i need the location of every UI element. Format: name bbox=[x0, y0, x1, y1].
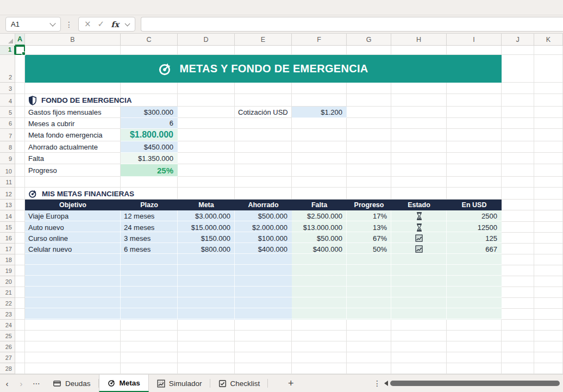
column-header-F[interactable]: F bbox=[292, 34, 347, 46]
row-header-17[interactable]: 17 bbox=[0, 244, 15, 254]
meta-fondo-value[interactable]: $1.800.000 bbox=[121, 129, 178, 141]
row-header-15[interactable]: 15 bbox=[0, 222, 15, 233]
row-header-16[interactable]: 16 bbox=[0, 233, 15, 244]
goal-progreso[interactable]: 13% bbox=[347, 222, 391, 233]
goal-en-usd[interactable]: 12500 bbox=[447, 222, 502, 233]
goal-ahorrado[interactable]: $100.000 bbox=[235, 233, 292, 244]
row-header-13[interactable]: 13 bbox=[0, 200, 15, 210]
column-header-D[interactable]: D bbox=[178, 34, 235, 46]
sheet-grid[interactable]: METAS Y FONDO DE EMERGENCIA FONDO DE EME… bbox=[0, 34, 563, 374]
goal-falta[interactable]: $400.000 bbox=[292, 244, 347, 254]
row-header-23[interactable]: 23 bbox=[0, 309, 15, 320]
tab-simulador[interactable]: Simulador bbox=[149, 375, 210, 392]
row-header-27[interactable]: 27 bbox=[0, 352, 15, 363]
falta-value[interactable]: $1.350.000 bbox=[121, 153, 178, 164]
column-header-H[interactable]: H bbox=[391, 34, 447, 46]
all-sheets-icon[interactable]: ⋯ bbox=[28, 375, 45, 392]
meses-value[interactable]: 6 bbox=[121, 118, 178, 129]
row-header-19[interactable]: 19 bbox=[0, 265, 15, 276]
scrollbar-thumb[interactable] bbox=[390, 381, 560, 386]
insert-function-icon[interactable]: fx bbox=[111, 20, 119, 29]
row-header-22[interactable]: 22 bbox=[0, 298, 15, 309]
goal-meta[interactable]: $15.000.000 bbox=[178, 222, 235, 233]
chevron-down-icon[interactable] bbox=[125, 21, 130, 27]
goal-falta[interactable]: $2.500.000 bbox=[292, 210, 347, 222]
row-header-12[interactable]: 12 bbox=[0, 188, 15, 200]
goal-en-usd[interactable]: 2500 bbox=[447, 210, 502, 222]
goal-estado[interactable] bbox=[391, 210, 447, 222]
goal-ahorrado[interactable]: $2.000.000 bbox=[235, 222, 292, 233]
column-header-E[interactable]: E bbox=[235, 34, 292, 46]
column-header-G[interactable]: G bbox=[347, 34, 391, 46]
add-sheet-button[interactable]: + bbox=[280, 375, 302, 392]
goal-ahorrado[interactable]: $400.000 bbox=[235, 244, 292, 254]
name-box-menu-icon[interactable]: ⋮ bbox=[65, 20, 73, 29]
row-header-21[interactable]: 21 bbox=[0, 287, 15, 298]
goal-en-usd[interactable]: 667 bbox=[447, 244, 502, 254]
goal-objetivo[interactable]: Auto nuevo bbox=[25, 222, 121, 233]
goal-plazo[interactable]: 3 meses bbox=[121, 233, 178, 244]
goal-falta[interactable]: $50.000 bbox=[292, 233, 347, 244]
goal-falta[interactable]: $13.000.000 bbox=[292, 222, 347, 233]
name-box[interactable]: A1 bbox=[5, 17, 61, 32]
cotizacion-value[interactable]: $1.200 bbox=[292, 107, 347, 118]
tab-metas[interactable]: Metas bbox=[99, 375, 149, 392]
row-header-4[interactable]: 4 bbox=[0, 94, 15, 107]
gastos-value[interactable]: $300.000 bbox=[121, 107, 178, 118]
tab-deudas[interactable]: Deudas bbox=[45, 375, 99, 392]
row-header-20[interactable]: 20 bbox=[0, 276, 15, 287]
row-header-8[interactable]: 8 bbox=[0, 141, 15, 153]
column-header-I[interactable]: I bbox=[447, 34, 502, 46]
column-header-A[interactable]: A bbox=[15, 34, 25, 46]
row-header-24[interactable]: 24 bbox=[0, 320, 15, 331]
goal-plazo[interactable]: 24 meses bbox=[121, 222, 178, 233]
goal-objetivo[interactable]: Celular nuevo bbox=[25, 244, 121, 254]
row-header-26[interactable]: 26 bbox=[0, 341, 15, 352]
row-header-2[interactable]: 2 bbox=[0, 55, 15, 83]
row-header-10[interactable]: 10 bbox=[0, 164, 15, 177]
enter-icon[interactable]: ✓ bbox=[98, 20, 105, 28]
goal-plazo[interactable]: 12 meses bbox=[121, 210, 178, 222]
scroll-left-icon[interactable] bbox=[384, 381, 388, 386]
row-header-1[interactable]: 1 bbox=[0, 46, 15, 55]
sheet-next-icon[interactable]: › bbox=[14, 375, 28, 392]
column-header-J[interactable]: J bbox=[502, 34, 534, 46]
goal-progreso[interactable]: 50% bbox=[347, 244, 391, 254]
row-header-28[interactable]: 28 bbox=[0, 363, 15, 374]
row-header-3[interactable]: 3 bbox=[0, 83, 15, 94]
goal-estado[interactable] bbox=[391, 233, 447, 244]
goal-estado[interactable] bbox=[391, 244, 447, 254]
horizontal-scrollbar[interactable] bbox=[384, 375, 563, 392]
goal-ahorrado[interactable]: $500.000 bbox=[235, 210, 292, 222]
goal-estado[interactable] bbox=[391, 222, 447, 233]
formula-input[interactable] bbox=[141, 17, 563, 32]
cancel-icon[interactable]: × bbox=[84, 20, 91, 28]
row-header-9[interactable]: 9 bbox=[0, 153, 15, 164]
goal-progreso[interactable]: 67% bbox=[347, 233, 391, 244]
goal-meta[interactable]: $150.000 bbox=[178, 233, 235, 244]
row-header-14[interactable]: 14 bbox=[0, 210, 15, 222]
goal-en-usd[interactable]: 125 bbox=[447, 233, 502, 244]
goal-meta[interactable]: $800.000 bbox=[178, 244, 235, 254]
goal-meta[interactable]: $3.000.000 bbox=[178, 210, 235, 222]
sheet-options-icon[interactable]: ⋮ bbox=[370, 375, 384, 392]
selected-cell-a1[interactable] bbox=[15, 46, 25, 55]
row-header-25[interactable]: 25 bbox=[0, 331, 15, 341]
goal-objetivo[interactable]: Curso online bbox=[25, 233, 121, 244]
chevron-down-icon[interactable] bbox=[49, 20, 55, 26]
goal-plazo[interactable]: 6 meses bbox=[121, 244, 178, 254]
row-header-5[interactable]: 5 bbox=[0, 107, 15, 118]
ahorrado-value[interactable]: $450.000 bbox=[121, 141, 178, 153]
tab-checklist[interactable]: Checklist bbox=[210, 375, 268, 392]
row-header-11[interactable]: 11 bbox=[0, 177, 15, 188]
row-header-6[interactable]: 6 bbox=[0, 118, 15, 129]
goal-objetivo[interactable]: Viaje Europa bbox=[25, 210, 121, 222]
select-all-corner[interactable] bbox=[0, 34, 15, 46]
progreso-value[interactable]: 25% bbox=[121, 164, 178, 177]
column-header-B[interactable]: B bbox=[25, 34, 121, 46]
column-header-K[interactable]: K bbox=[534, 34, 563, 46]
column-header-C[interactable]: C bbox=[121, 34, 178, 46]
sheet-prev-icon[interactable]: ‹ bbox=[0, 375, 14, 392]
row-header-18[interactable]: 18 bbox=[0, 254, 15, 265]
row-header-7[interactable]: 7 bbox=[0, 129, 15, 141]
